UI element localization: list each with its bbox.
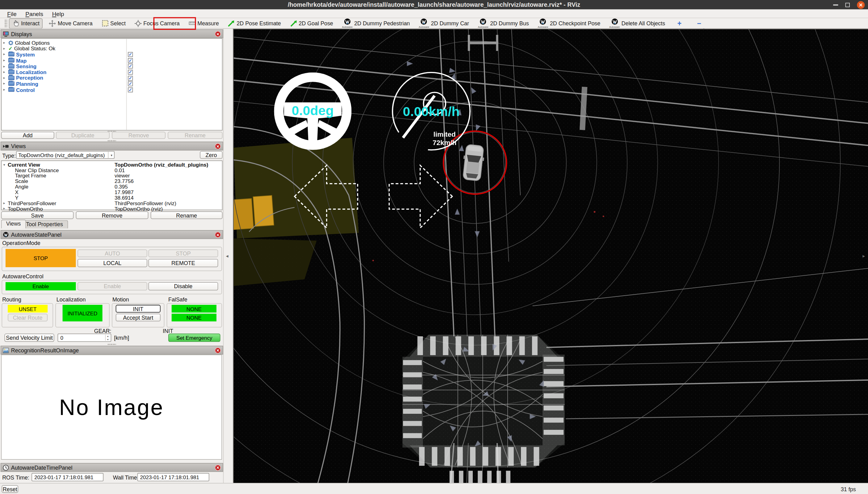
maximize-button[interactable]	[842, 0, 853, 9]
recognition-close-button[interactable]: ✕	[215, 347, 221, 353]
views-tree[interactable]: ▾Current View TopDownOrtho (rviz_default…	[1, 160, 223, 210]
tool-2d-dummy-car[interactable]: Autoware 2D Dummy Car	[416, 17, 472, 29]
views-close-button[interactable]: ✕	[215, 143, 221, 149]
display-checkbox[interactable]: ✓	[128, 64, 133, 69]
send-velocity-limit-button[interactable]: Send Velocity Limit	[4, 334, 54, 342]
expand-icon[interactable]: ▸	[3, 40, 7, 45]
expand-icon[interactable]: ▸	[3, 58, 7, 62]
expand-icon[interactable]: ▸	[3, 206, 7, 211]
displays-close-button[interactable]: ✕	[215, 31, 221, 37]
view-row-near-clip[interactable]: Near Clip Distance 0.01	[2, 168, 222, 173]
collapse-right-icon[interactable]: ▸	[863, 253, 865, 259]
add-display-button[interactable]: Add	[1, 132, 54, 139]
display-checkbox[interactable]: ✓	[128, 81, 133, 87]
tool-2d-pose-estimate[interactable]: 2D Pose Estimate	[225, 19, 284, 28]
add-tool-button[interactable]: +	[675, 18, 684, 28]
tool-select[interactable]: Select	[98, 19, 128, 28]
view-row-angle[interactable]: Angle 0.395	[2, 184, 222, 189]
view-row-y[interactable]: Y 38.6914	[2, 195, 222, 201]
datetime-close-button[interactable]: ✕	[215, 464, 221, 471]
spin-down-icon[interactable]: ▾	[107, 338, 108, 341]
view-row-scale[interactable]: Scale 23.7756	[2, 178, 222, 184]
tool-2d-checkpoint-pose[interactable]: Autoware 2D Checkpoint Pose	[535, 17, 603, 29]
3d-viewport[interactable]: 0.0deg 0.00km/h limited 72km/h	[233, 29, 868, 483]
control-enable-indicator[interactable]: Enable	[5, 282, 76, 290]
state-panel-close-button[interactable]: ✕	[215, 231, 221, 238]
display-row-map[interactable]: ▸ Map ✓	[2, 57, 222, 63]
expand-icon[interactable]: ▸	[3, 81, 7, 86]
motion-init-button[interactable]: INIT	[116, 305, 161, 312]
zero-button[interactable]: Zero	[200, 151, 223, 158]
views-panel-header[interactable]: Views ✕	[1, 141, 223, 151]
menu-panels[interactable]: Panels	[22, 10, 47, 17]
tool-measure[interactable]: Measure	[186, 19, 222, 28]
expand-icon[interactable]: ▸	[3, 64, 7, 68]
tool-delete-all-objects[interactable]: Autoware Delete All Objects	[607, 17, 668, 29]
set-emergency-button[interactable]: Set Emergency	[168, 334, 220, 342]
recognition-panel-header[interactable]: RecognitionResultOnImage ✕	[1, 346, 223, 355]
operation-mode-local-button[interactable]: LOCAL	[77, 259, 147, 267]
display-row-localization[interactable]: ▸ Localization ✓	[2, 69, 222, 75]
collapse-left-icon[interactable]: ◂	[226, 253, 228, 259]
view-row-topdownortho[interactable]: ▸TopDownOrtho TopDownOrtho (rviz)	[2, 206, 222, 211]
splitter-grip[interactable]	[108, 343, 116, 345]
operation-mode-stop-indicator[interactable]: STOP	[5, 249, 76, 267]
display-row-system[interactable]: ▸ System ✓	[2, 52, 222, 57]
tab-tool-properties[interactable]: Tool Properties	[21, 220, 68, 229]
view-row-target-frame[interactable]: Target Frame viewer	[2, 173, 222, 179]
expand-icon[interactable]: ▸	[3, 201, 7, 205]
toolbar-grip[interactable]	[4, 19, 7, 27]
expand-icon[interactable]: ▸	[3, 76, 7, 80]
collapse-icon[interactable]: ▾	[3, 163, 7, 167]
expand-icon[interactable]: ▸	[3, 87, 7, 92]
display-checkbox[interactable]: ✓	[128, 70, 133, 75]
remove-view-button[interactable]: Remove	[76, 211, 149, 219]
display-checkbox[interactable]: ✓	[128, 76, 133, 80]
display-row-control[interactable]: ▸ Control ✓	[2, 87, 222, 93]
view-row-x[interactable]: X 17.9987	[2, 189, 222, 195]
monitor-icon	[3, 31, 9, 37]
display-row-global-options[interactable]: ▸ Global Options	[2, 40, 222, 46]
displays-panel-header[interactable]: Displays ✕	[1, 29, 223, 38]
autoware-state-panel-header[interactable]: AutowareStatePanel ✕	[1, 230, 223, 239]
expand-icon[interactable]: ▸	[3, 52, 7, 56]
expand-icon[interactable]: ▸	[3, 46, 7, 51]
tool-focus-camera[interactable]: Focus Camera	[132, 19, 183, 28]
spin-up-icon[interactable]: ▴	[107, 335, 108, 338]
menu-file[interactable]: File	[3, 10, 20, 17]
spinbox-arrows[interactable]: ▴▾	[105, 335, 108, 341]
tool-2d-dummy-bus[interactable]: Autoware 2D Dummy Bus	[475, 17, 532, 29]
velocity-limit-spinbox[interactable]: 0 ▴▾	[57, 334, 111, 342]
rename-view-button[interactable]: Rename	[151, 211, 223, 219]
display-row-global-status[interactable]: ▸ ✓ Global Status: Ok	[2, 46, 222, 52]
tool-interact[interactable]: Interact	[9, 18, 43, 28]
display-checkbox[interactable]: ✓	[128, 58, 133, 63]
view-row-third-person[interactable]: ▸ThirdPersonFollower ThirdPersonFollower…	[2, 200, 222, 206]
expand-icon[interactable]: ▸	[3, 70, 7, 74]
minimize-button[interactable]	[829, 0, 842, 9]
display-checkbox[interactable]: ✓	[128, 52, 133, 57]
remove-tool-button[interactable]: − ▾	[694, 18, 704, 28]
tool-2d-dummy-pedestrian[interactable]: Autoware 2D Dummy Pedestrian	[339, 17, 413, 29]
tab-views[interactable]: Views	[1, 220, 26, 229]
display-row-planning[interactable]: ▸ Planning ✓	[2, 81, 222, 87]
display-checkbox[interactable]: ✓	[128, 87, 133, 92]
accept-start-button[interactable]: Accept Start	[116, 314, 161, 322]
datetime-panel-header[interactable]: AutowareDateTimePanel ✕	[1, 463, 223, 472]
save-view-button[interactable]: Save	[1, 211, 74, 219]
ros-time-field[interactable]: 2023-01-17 17:18:01.981	[32, 473, 104, 481]
tool-2d-goal-pose[interactable]: 2D Goal Pose	[287, 19, 336, 28]
menu-help[interactable]: Help	[48, 10, 68, 17]
reset-button[interactable]: Reset	[2, 485, 18, 493]
displays-tree[interactable]: ▸ Global Options ▸ ✓ Global Status: Ok ▸…	[1, 38, 223, 131]
display-row-perception[interactable]: ▸ Perception ✓	[2, 75, 222, 81]
close-button[interactable]: ✕	[855, 0, 867, 9]
control-disable-button[interactable]: Disable	[148, 282, 218, 290]
titlebar: /home/hrkota/dev/autoware/install/autowa…	[0, 0, 868, 9]
tool-move-camera[interactable]: Move Camera	[46, 19, 95, 28]
operation-mode-remote-button[interactable]: REMOTE	[148, 259, 218, 267]
wall-time-field[interactable]: 2023-01-17 17:18:01.981	[137, 473, 209, 481]
view-row-current[interactable]: ▾Current View TopDownOrtho (rviz_default…	[2, 162, 222, 168]
view-type-combobox[interactable]: TopDownOrtho (rviz_default_plugins) ▾	[16, 151, 114, 158]
display-row-sensing[interactable]: ▸ Sensing ✓	[2, 63, 222, 69]
